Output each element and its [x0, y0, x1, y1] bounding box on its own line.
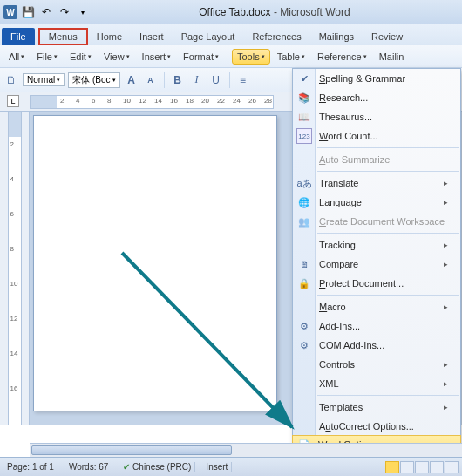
menu-all[interactable]: All▾ — [3, 49, 30, 65]
document-name: Office Tab.docx — [199, 6, 270, 18]
title-bar: W 💾 ↶ ↷ ▾ Office Tab.docx - Microsoft Wo… — [0, 0, 462, 24]
ribbon-tabs: File Menus Home Insert Page Layout Refer… — [0, 24, 462, 45]
ruler-number: 8 — [107, 97, 111, 105]
menu-item-word-count[interactable]: 123 Word Count... — [293, 126, 460, 146]
tab-references[interactable]: References — [243, 28, 309, 45]
menu-separator — [317, 395, 459, 396]
ruler-number: 16 — [10, 384, 18, 392]
italic-icon[interactable]: I — [189, 72, 205, 88]
menu-separator — [317, 171, 459, 172]
menu-item-thesaurus[interactable]: 📖 Thesaurus... — [293, 107, 460, 126]
ruler-number: 6 — [10, 210, 14, 218]
tab-home[interactable]: Home — [88, 28, 131, 45]
menu-item-spelling[interactable]: ✔ Spelling & Grammar — [293, 69, 460, 88]
menu-separator — [317, 147, 459, 148]
word-app-icon[interactable]: W — [3, 5, 17, 19]
ruler-number: 20 — [201, 97, 209, 105]
menu-separator — [317, 295, 459, 296]
ruler-number: 26 — [248, 97, 256, 105]
ruler-number: 12 — [10, 315, 18, 323]
word-count-icon: 123 — [296, 128, 312, 144]
tab-page-layout[interactable]: Page Layout — [173, 28, 244, 45]
menu-edit[interactable]: Edit▾ — [65, 49, 97, 65]
new-doc-icon[interactable]: 🗋 — [3, 72, 19, 88]
menu-format[interactable]: Format▾ — [178, 49, 224, 65]
status-bar: Page: 1 of 1 Words: 67 ✔ Chinese (PRC) I… — [0, 457, 462, 476]
status-page[interactable]: Page: 1 of 1 — [3, 462, 58, 472]
ruler-number: 24 — [233, 97, 241, 105]
ruler-number: 2 — [60, 97, 64, 105]
full-screen-view-icon[interactable] — [400, 461, 414, 473]
menu-item-com-addins[interactable]: ⚙ COM Add-Ins... — [293, 336, 460, 355]
menu-mailings-cut[interactable]: Mailin — [374, 49, 410, 65]
menu-insert[interactable]: Insert▾ — [137, 49, 177, 65]
ruler-number: 8 — [10, 245, 14, 253]
tab-file[interactable]: File — [2, 28, 35, 45]
scrollbar-thumb[interactable] — [31, 445, 232, 455]
tab-menus[interactable]: Menus — [38, 28, 88, 45]
menu-view[interactable]: View▾ — [99, 49, 135, 65]
menu-item-protect[interactable]: 🔒 Protect Document... — [293, 274, 460, 293]
draft-view-icon[interactable] — [445, 461, 459, 473]
ruler-number: 10 — [123, 97, 131, 105]
menu-file[interactable]: File▾ — [31, 49, 63, 65]
menu-reference[interactable]: Reference▾ — [312, 49, 372, 65]
ruler-number: 10 — [10, 280, 18, 288]
status-words[interactable]: Words: 67 — [65, 462, 112, 472]
print-layout-view-icon[interactable] — [385, 461, 399, 473]
ruler-number: 2 — [10, 140, 14, 148]
outline-view-icon[interactable] — [430, 461, 444, 473]
status-mode[interactable]: Insert — [202, 462, 232, 472]
menu-item-language[interactable]: 🌐 Language▸ — [293, 193, 460, 212]
menu-item-templates[interactable]: Templates▸ — [293, 398, 460, 417]
tab-mailings[interactable]: Mailings — [310, 28, 363, 45]
menu-tools[interactable]: Tools▾ — [232, 49, 270, 65]
menu-item-create-workspace: 👥 Create Document Workspace — [293, 212, 460, 231]
menu-item-research[interactable]: 📚 Research... — [293, 88, 460, 107]
menu-item-tracking[interactable]: Tracking▸ — [293, 235, 460, 255]
redo-icon[interactable]: ↷ — [57, 4, 72, 20]
font-grow-icon[interactable]: A — [124, 72, 139, 88]
language-icon: 🌐 — [296, 194, 312, 210]
menu-item-compare[interactable]: 🗎 Compare▸ — [293, 255, 460, 274]
separator — [229, 72, 230, 88]
style-selector[interactable]: Normal▾ — [23, 73, 65, 86]
web-layout-view-icon[interactable] — [415, 461, 429, 473]
ruler-number: 18 — [186, 97, 194, 105]
menu-item-translate[interactable]: aあ Translate▸ — [293, 173, 460, 193]
menu-item-controls[interactable]: Controls▸ — [293, 355, 460, 374]
menu-item-macro[interactable]: Macro▸ — [293, 297, 460, 316]
thesaurus-icon: 📖 — [296, 109, 312, 125]
ruler-number: 12 — [139, 97, 146, 105]
tab-review[interactable]: Review — [363, 28, 411, 45]
tab-insert[interactable]: Insert — [131, 28, 173, 45]
app-name: Microsoft Word — [280, 6, 350, 18]
save-icon[interactable]: 💾 — [20, 4, 36, 20]
ruler-number: 28 — [264, 97, 272, 105]
font-selector[interactable]: 宋体 (Boc▾ — [68, 72, 119, 88]
spelling-icon: ✔ — [296, 71, 312, 86]
menu-item-addins[interactable]: ⚙ Add-Ins... — [293, 316, 460, 336]
bold-icon[interactable]: B — [170, 72, 186, 88]
align-left-icon[interactable]: ≡ — [235, 72, 251, 88]
underline-icon[interactable]: U — [208, 72, 224, 88]
ruler-number: 4 — [76, 97, 79, 105]
menu-item-xml[interactable]: XML▸ — [293, 374, 460, 393]
horizontal-scrollbar[interactable] — [30, 443, 462, 457]
qat-customize-icon[interactable]: ▾ — [75, 4, 91, 20]
tab-selector-icon[interactable]: L — [7, 95, 19, 107]
ruler-number: 14 — [10, 350, 18, 357]
ruler-number: 4 — [10, 175, 14, 183]
workspace-icon: 👥 — [296, 214, 312, 229]
window-title: Office Tab.docx - Microsoft Word — [91, 6, 459, 18]
undo-icon[interactable]: ↶ — [38, 4, 54, 20]
com-addins-icon: ⚙ — [296, 337, 312, 353]
document-page[interactable] — [33, 115, 277, 411]
research-icon: 📚 — [296, 90, 312, 105]
vertical-ruler[interactable]: 246810121416 — [0, 112, 30, 425]
menu-table[interactable]: Table▾ — [272, 49, 310, 65]
font-shrink-icon[interactable]: A — [143, 72, 159, 88]
status-language[interactable]: ✔ Chinese (PRC) — [119, 462, 195, 472]
menu-item-autocorrect[interactable]: AutoCorrect Options... — [293, 417, 460, 436]
view-switcher — [385, 461, 459, 473]
